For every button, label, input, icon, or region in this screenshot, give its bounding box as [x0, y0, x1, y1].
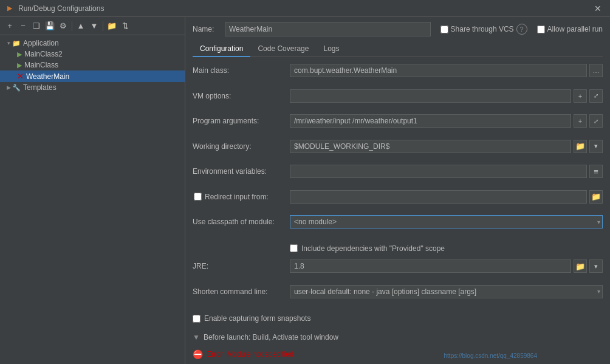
shorten-cmd-select-wrapper: user-local default: none - java [options…	[290, 285, 603, 298]
toolbar-separator	[72, 21, 72, 31]
save-config-button[interactable]: 💾	[44, 20, 56, 32]
classpath-module-select[interactable]: <no module>	[290, 215, 603, 228]
main-layout: + − ❑ 💾 ⚙ ▲ ▼ 📁 ⇅ ▾ 📁 Application ▶ Main…	[0, 17, 610, 364]
dialog-title: Run/Debug Configurations	[18, 4, 591, 13]
working-dir-input[interactable]	[290, 140, 571, 153]
jre-label: JRE:	[193, 258, 290, 275]
include-deps-label: Include dependencies with "Provided" sco…	[301, 244, 445, 253]
redirect-input-folder-button[interactable]: 📁	[589, 190, 603, 204]
move-down-button[interactable]: ▼	[88, 20, 100, 32]
tree-arrow-templates: ▶	[5, 84, 12, 91]
share-vcs-help-icon[interactable]: ?	[516, 24, 527, 35]
tree-label-application: Application	[23, 39, 59, 47]
working-dir-dropdown-button[interactable]: ▾	[589, 140, 603, 153]
settings-button[interactable]: ⚙	[57, 20, 69, 32]
wrench-icon-templates: 🔧	[12, 84, 21, 92]
error-row: ⛔ Error: Module not specified	[193, 349, 603, 359]
enable-capturing-label: Enable capturing form snapshots	[204, 314, 310, 323]
program-args-input[interactable]	[290, 114, 571, 128]
vm-options-add-button[interactable]: +	[574, 89, 587, 103]
tab-logs[interactable]: Logs	[316, 41, 346, 57]
vm-options-value-row: + ⤢	[290, 88, 603, 105]
allow-parallel-checkbox[interactable]	[537, 26, 545, 33]
tab-code-coverage[interactable]: Code Coverage	[250, 41, 316, 57]
jre-input[interactable]	[290, 259, 571, 273]
before-launch-arrow: ▼	[193, 333, 200, 342]
config-tree: ▾ 📁 Application ▶ MainClass2 ▶ MainClass…	[0, 35, 185, 364]
tree-label-templates: Templates	[23, 83, 57, 92]
before-launch-header: ▼ Before launch: Build, Activate tool wi…	[193, 331, 603, 343]
tree-arrow-application: ▾	[5, 40, 12, 46]
move-up-button[interactable]: ▲	[75, 20, 87, 32]
sort-button[interactable]: ⇅	[119, 20, 131, 32]
include-deps-checkbox[interactable]	[290, 244, 298, 252]
env-vars-label: Environment variables:	[193, 163, 290, 180]
redirect-input-checkbox[interactable]	[194, 193, 202, 201]
title-bar: ▶ Run/Debug Configurations ✕	[0, 0, 610, 17]
working-dir-folder-button[interactable]: 📁	[574, 140, 587, 153]
tree-label-mainclass: MainClass	[24, 61, 58, 69]
enable-capturing-checkbox[interactable]	[193, 315, 200, 323]
left-panel: + − ❑ 💾 ⚙ ▲ ▼ 📁 ⇅ ▾ 📁 Application ▶ Main…	[0, 17, 185, 364]
jre-folder-button[interactable]: 📁	[574, 259, 587, 273]
redirect-input-field[interactable]	[290, 190, 587, 204]
main-class-input[interactable]	[290, 64, 587, 77]
tree-item-mainclass2[interactable]: ▶ MainClass2	[0, 49, 185, 60]
tree-item-weathermain[interactable]: ✕ WeatherMain	[0, 70, 185, 82]
shorten-cmd-select[interactable]: user-local default: none - java [options…	[290, 285, 603, 298]
add-config-button[interactable]: +	[4, 20, 16, 32]
shorten-cmd-value-row: user-local default: none - java [options…	[290, 283, 603, 300]
classpath-module-label: Use classpath of module:	[193, 213, 290, 230]
run-icon-mainclass: ▶	[17, 61, 22, 69]
share-vcs-checkbox[interactable]	[440, 26, 448, 33]
main-class-browse-button[interactable]: …	[589, 64, 603, 77]
allow-parallel-label: Allow parallel run	[547, 25, 603, 33]
classpath-module-value-row: <no module> ▾	[290, 213, 603, 230]
tree-item-mainclass[interactable]: ▶ MainClass	[0, 60, 185, 70]
env-vars-value-row: ≡	[290, 163, 603, 180]
name-label: Name:	[193, 25, 220, 33]
working-dir-label: Working directory:	[193, 138, 290, 155]
tree-label-mainclass2: MainClass2	[24, 50, 63, 58]
run-icon-mainclass2: ▶	[17, 50, 22, 58]
application-folder-icon: 📁	[12, 39, 21, 47]
program-args-expand-button[interactable]: ⤢	[589, 114, 603, 128]
left-toolbar: + − ❑ 💾 ⚙ ▲ ▼ 📁 ⇅	[0, 17, 185, 35]
program-args-value-row: + ⤢	[290, 112, 603, 129]
tree-item-application[interactable]: ▾ 📁 Application	[0, 38, 185, 49]
watermark: https://blog.csdn.net/qq_42859864	[444, 352, 537, 359]
include-deps-row: Include dependencies with "Provided" sco…	[193, 239, 603, 258]
close-button[interactable]: ✕	[591, 2, 605, 15]
share-vcs-container: Share through VCS ?	[440, 24, 527, 35]
folder-button[interactable]: 📁	[106, 20, 118, 32]
jre-dropdown-button[interactable]: ▾	[589, 259, 603, 273]
app-icon: ▶	[5, 4, 15, 13]
classpath-module-select-wrapper: <no module> ▾	[290, 215, 603, 228]
config-form: Main class: … VM options: + ⤢ Program ar…	[193, 62, 603, 329]
tree-item-templates[interactable]: ▶ 🔧 Templates	[0, 82, 185, 93]
main-class-label: Main class:	[193, 62, 290, 79]
name-row: Name: Share through VCS ? Allow parallel…	[193, 22, 603, 36]
main-class-value-row: …	[290, 62, 603, 79]
allow-parallel-container: Allow parallel run	[537, 25, 603, 33]
before-launch-label: Before launch: Build, Activate tool wind…	[204, 333, 338, 342]
vm-options-label: VM options:	[193, 88, 290, 105]
shorten-cmd-label: Shorten command line:	[193, 283, 290, 300]
tree-label-weathermain: WeatherMain	[26, 72, 69, 81]
vm-options-expand-button[interactable]: ⤢	[589, 89, 603, 103]
redirect-input-label: Redirect input from:	[193, 188, 290, 205]
working-dir-value-row: 📁 ▾	[290, 138, 603, 155]
tab-configuration[interactable]: Configuration	[193, 41, 250, 57]
remove-config-button[interactable]: −	[17, 20, 29, 32]
copy-config-button[interactable]: ❑	[30, 20, 43, 32]
jre-value-row: 📁 ▾	[290, 258, 603, 275]
env-vars-edit-button[interactable]: ≡	[589, 165, 603, 178]
env-vars-input[interactable]	[290, 165, 587, 178]
name-input[interactable]	[225, 22, 431, 36]
error-text: Error: Module not specified	[207, 350, 293, 359]
vm-options-input[interactable]	[290, 89, 571, 103]
program-args-add-button[interactable]: +	[574, 114, 587, 128]
program-args-label: Program arguments:	[193, 112, 290, 129]
enable-capturing-row: Enable capturing form snapshots	[193, 308, 603, 329]
right-panel: Name: Share through VCS ? Allow parallel…	[185, 17, 610, 364]
